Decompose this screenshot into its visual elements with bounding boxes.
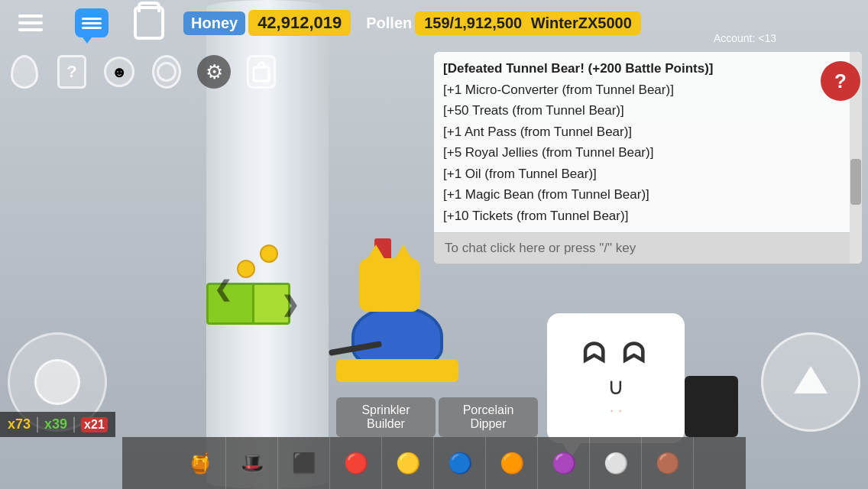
- honey-resource: x73: [8, 416, 31, 432]
- gear-icon-btn[interactable]: ⚙: [197, 55, 231, 89]
- leaf-count: x39: [44, 416, 67, 432]
- inventory-item-0[interactable]: 🍯: [174, 437, 226, 489]
- pollen-section: Pollen 159/1,912,500 WinterZX5000: [366, 11, 641, 35]
- chat-bubble-icon: [75, 8, 108, 37]
- inventory-item-6[interactable]: 🟠: [486, 437, 538, 489]
- chat-messages: [Defeated Tunnel Bear! (+200 Battle Poin…: [434, 52, 862, 232]
- equip-slots: SprinklerBuilder PorcelainDipper: [336, 397, 538, 437]
- backpack-icon: [134, 6, 164, 40]
- pollen-amount: 159/1,912,500 WinterZX5000: [415, 11, 641, 35]
- resource-counts: x73 x39 x21: [0, 412, 115, 437]
- pollen-label: Pollen: [366, 15, 412, 32]
- chat-message: [+10 Tickets (from Tunnel Bear)]: [443, 206, 853, 227]
- inventory-item-5[interactable]: 🔵: [434, 437, 486, 489]
- chat-message: [+50 Treats (from Tunnel Bear)]: [443, 100, 853, 121]
- inventory-row: 🍯🎩⬛🔴🟡🔵🟠🟣⚪🟤: [122, 437, 746, 489]
- egg-icon: [11, 55, 38, 89]
- chat-message: [Defeated Tunnel Bear! (+200 Battle Poin…: [443, 58, 853, 79]
- equip-slot-porcelain[interactable]: PorcelainDipper: [439, 397, 538, 437]
- egg-icon-btn[interactable]: [8, 55, 41, 89]
- medal-icon-btn[interactable]: [150, 55, 183, 89]
- inventory-item-8[interactable]: ⚪: [590, 437, 642, 489]
- menu-button[interactable]: [0, 0, 61, 46]
- game-object-yellow-base: [336, 359, 458, 382]
- pollen-value: 159/1,912,500: [424, 15, 522, 31]
- chat-lines: [82, 18, 102, 29]
- question-icon-btn[interactable]: ?: [55, 55, 89, 89]
- third-resource: x21: [81, 417, 108, 432]
- game-coin-2: [260, 244, 278, 263]
- inventory-item-7[interactable]: 🟣: [538, 437, 590, 489]
- hamburger-icon: [18, 15, 43, 31]
- bottom-toolbar: SprinklerBuilder PorcelainDipper x73 x39…: [0, 397, 868, 489]
- svg-rect-0: [254, 67, 269, 81]
- honey-amount: 42,912,019: [248, 10, 351, 36]
- chat-message: [+1 Oil (from Tunnel Bear)]: [443, 164, 853, 185]
- leaf-resource: x39: [44, 416, 67, 432]
- backpack-button[interactable]: [122, 0, 176, 46]
- game-arrow-right: ❯: [281, 292, 299, 317]
- game-character: [359, 244, 420, 321]
- gear-icon: ⚙: [197, 55, 231, 89]
- honey-section: Honey 42,912,019: [183, 10, 351, 36]
- help-button[interactable]: ?: [821, 61, 860, 101]
- inventory-item-4[interactable]: 🟡: [382, 437, 434, 489]
- chat-scrollbar-thumb: [850, 159, 861, 205]
- inventory-item-3[interactable]: 🔴: [330, 437, 382, 489]
- inventory-item-9[interactable]: 🟤: [642, 437, 694, 489]
- equip-slot-porcelain-label: PorcelainDipper: [463, 403, 514, 430]
- inventory-item-1[interactable]: 🎩: [226, 437, 278, 489]
- bag-svg: [252, 61, 270, 83]
- game-coin-1: [237, 260, 255, 278]
- chat-button[interactable]: [61, 0, 122, 46]
- honey-count: x73: [8, 416, 31, 432]
- question-icon: ?: [57, 55, 86, 89]
- chat-message: [+1 Ant Pass (from Tunnel Bear)]: [443, 121, 853, 143]
- face-icon: ☻: [104, 57, 134, 87]
- equip-slot-sprinkler[interactable]: SprinklerBuilder: [336, 397, 436, 437]
- game-arrow-left: ❮: [214, 277, 232, 302]
- chat-input[interactable]: To chat click here or press "/" key: [434, 232, 862, 264]
- action-arrow-icon: [794, 366, 828, 393]
- third-count: x21: [81, 417, 108, 432]
- bag-icon-btn[interactable]: [245, 55, 278, 89]
- inventory-item-2[interactable]: ⬛: [278, 437, 330, 489]
- bag-icon: [247, 55, 276, 89]
- equip-slot-sprinkler-label: SprinklerBuilder: [361, 403, 410, 430]
- face-icon-btn[interactable]: ☻: [102, 55, 136, 89]
- medal-icon: [152, 55, 181, 89]
- chat-panel: [Defeated Tunnel Bear! (+200 Battle Poin…: [434, 52, 862, 264]
- chat-message: [+5 Royal Jellies (from Tunnel Bear)]: [443, 142, 853, 164]
- pollen-username: WinterZX5000: [531, 15, 632, 31]
- chat-message: [+1 Micro-Converter (from Tunnel Bear)]: [443, 79, 853, 101]
- top-icons-row: ? ☻ ⚙: [8, 55, 278, 89]
- top-hud: Honey 42,912,019 Pollen 159/1,912,500 Wi…: [0, 0, 868, 46]
- chat-message: [+1 Magic Bean (from Tunnel Bear)]: [443, 184, 853, 206]
- honey-label: Honey: [183, 11, 245, 35]
